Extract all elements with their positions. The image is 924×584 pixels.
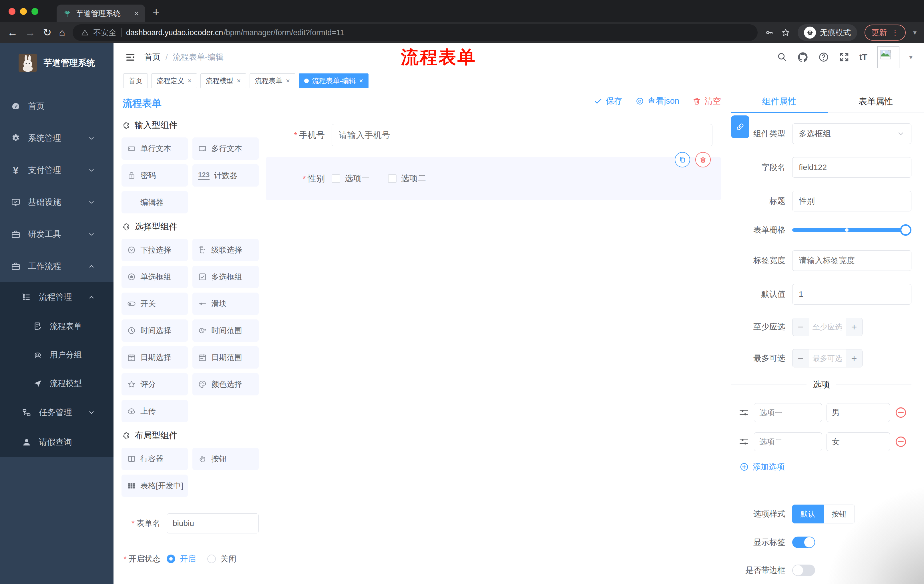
- status-off-radio[interactable]: 关闭: [207, 553, 236, 564]
- palette-item-upload[interactable]: 上传: [122, 400, 188, 422]
- sidebar-item-home[interactable]: 首页: [0, 90, 114, 122]
- palette-item-table[interactable]: 表格[开发中]: [122, 475, 188, 497]
- min-select-stepper[interactable]: − 至少应选 +: [792, 318, 863, 336]
- sidebar-item-devtools[interactable]: 研发工具: [0, 218, 114, 250]
- plus-icon[interactable]: +: [846, 349, 862, 367]
- chevron-down-icon[interactable]: ▾: [913, 29, 917, 36]
- github-icon[interactable]: [797, 51, 808, 63]
- show-label-switch[interactable]: [792, 536, 815, 548]
- fullscreen-icon[interactable]: [839, 52, 850, 63]
- option2-value-input[interactable]: [827, 432, 890, 451]
- palette-item-time-range[interactable]: 时间范围: [192, 319, 259, 342]
- link-drawer-handle[interactable]: [731, 115, 749, 138]
- drag-handle-icon[interactable]: [738, 436, 749, 447]
- max-select-value[interactable]: 最多可选: [809, 349, 846, 367]
- tag-process-definition[interactable]: 流程定义×: [151, 73, 197, 88]
- menu-fold-icon[interactable]: [125, 52, 136, 63]
- palette-item-checkbox-group[interactable]: 多选框组: [192, 266, 259, 288]
- plus-icon[interactable]: +: [846, 318, 862, 336]
- delete-component-button[interactable]: [695, 152, 711, 168]
- remove-option-icon[interactable]: [894, 406, 907, 419]
- sidebar-item-task-management[interactable]: 任务管理: [0, 398, 114, 428]
- palette-item-password[interactable]: 密码: [122, 164, 188, 187]
- browser-menu-kebab-icon[interactable]: ⋮: [891, 28, 899, 37]
- view-json-button[interactable]: 查看json: [635, 95, 679, 107]
- tag-close-icon[interactable]: ×: [359, 77, 363, 85]
- palette-item-editor[interactable]: 编辑器: [122, 191, 188, 214]
- clear-button[interactable]: 清空: [693, 95, 721, 107]
- palette-item-cascader[interactable]: 级联选择: [192, 239, 259, 261]
- palette-item-single-text[interactable]: 单行文本: [122, 137, 188, 160]
- title-input[interactable]: [792, 191, 911, 211]
- status-on-radio[interactable]: 开启: [167, 553, 196, 564]
- sidebar-item-infra[interactable]: 基础设施: [0, 186, 114, 218]
- sidebar-item-user-group[interactable]: 用户分组: [0, 341, 114, 369]
- tag-home[interactable]: 首页: [123, 73, 148, 88]
- form-name-input[interactable]: [167, 513, 259, 533]
- tab-component-props[interactable]: 组件属性: [731, 90, 828, 113]
- home-icon[interactable]: ⌂: [59, 28, 65, 38]
- tag-process-form[interactable]: 流程表单×: [249, 73, 295, 88]
- breadcrumb-home[interactable]: 首页: [144, 52, 160, 63]
- style-default-button[interactable]: 默认: [792, 505, 823, 523]
- palette-item-radio-group[interactable]: 单选框组: [122, 266, 188, 288]
- option2-name-input[interactable]: [754, 432, 822, 451]
- sidebar-item-workflow[interactable]: 工作流程: [0, 250, 114, 282]
- slider-handle[interactable]: [900, 224, 911, 236]
- add-option-button[interactable]: 添加选项: [739, 461, 911, 472]
- reload-icon[interactable]: ↻: [43, 28, 51, 38]
- palette-item-slider[interactable]: 滑块: [192, 293, 259, 315]
- palette-item-button[interactable]: 按钮: [192, 448, 259, 470]
- component-type-select[interactable]: 多选框组: [792, 123, 911, 144]
- field-name-input[interactable]: [792, 157, 911, 178]
- palette-item-rate[interactable]: 评分: [122, 373, 188, 395]
- bookmark-star-icon[interactable]: [781, 28, 790, 37]
- palette-item-row-container[interactable]: 行容器: [122, 448, 188, 470]
- minus-icon[interactable]: −: [792, 318, 809, 336]
- back-icon[interactable]: ←: [7, 28, 18, 38]
- form-grid-slider[interactable]: [792, 228, 909, 232]
- sidebar-item-process-management[interactable]: 流程管理: [0, 282, 114, 312]
- gender-option2-checkbox[interactable]: 选项二: [388, 173, 426, 184]
- close-window-button[interactable]: [8, 8, 15, 15]
- browser-tab[interactable]: 芋道管理系统 ×: [57, 5, 145, 22]
- tag-close-icon[interactable]: ×: [188, 77, 191, 85]
- copy-component-button[interactable]: [675, 152, 690, 168]
- window-controls[interactable]: [8, 8, 38, 15]
- save-button[interactable]: 保存: [594, 95, 622, 107]
- palette-item-counter[interactable]: 123计数器: [192, 164, 259, 187]
- sidebar-item-system[interactable]: 系统管理: [0, 122, 114, 154]
- avatar-caret-icon[interactable]: ▾: [909, 53, 912, 61]
- tag-close-icon[interactable]: ×: [237, 77, 241, 85]
- style-button-button[interactable]: 按钮: [823, 505, 855, 523]
- drag-handle-icon[interactable]: [738, 407, 749, 418]
- forward-icon[interactable]: →: [25, 28, 35, 38]
- tag-close-icon[interactable]: ×: [286, 77, 290, 85]
- new-tab-button[interactable]: +: [153, 6, 160, 18]
- palette-item-select[interactable]: 下拉选择: [122, 239, 188, 261]
- search-icon[interactable]: [777, 52, 787, 62]
- sidebar-item-payment[interactable]: ¥ 支付管理: [0, 154, 114, 186]
- sidebar-item-process-model[interactable]: 流程模型: [0, 369, 114, 398]
- canvas-field-phone[interactable]: *手机号: [263, 124, 731, 146]
- min-select-value[interactable]: 至少应选: [809, 318, 846, 336]
- maximize-window-button[interactable]: [31, 8, 38, 15]
- minimize-window-button[interactable]: [20, 8, 27, 15]
- tab-close-icon[interactable]: ×: [134, 8, 139, 18]
- sidebar-item-leave-query[interactable]: 请假查询: [0, 428, 114, 457]
- default-value-input[interactable]: [792, 284, 911, 304]
- tag-process-form-edit[interactable]: 流程表单-编辑×: [299, 73, 368, 88]
- label-width-input[interactable]: [792, 250, 911, 271]
- update-browser-button[interactable]: 更新 ⋮: [865, 25, 906, 41]
- palette-item-color-picker[interactable]: 颜色选择: [192, 373, 259, 395]
- palette-item-switch[interactable]: 开关: [122, 293, 188, 315]
- border-switch[interactable]: [792, 564, 815, 576]
- address-bar[interactable]: 不安全 dashboard.yudao.iocoder.cn/bpm/manag…: [73, 24, 757, 41]
- phone-input[interactable]: [332, 124, 713, 146]
- help-question-icon[interactable]: [818, 52, 829, 63]
- max-select-stepper[interactable]: − 最多可选 +: [792, 349, 863, 367]
- sidebar-item-process-form[interactable]: 流程表单: [0, 312, 114, 341]
- font-size-icon[interactable]: tT: [860, 52, 867, 62]
- option1-name-input[interactable]: [754, 403, 822, 422]
- palette-item-multi-text[interactable]: 多行文本: [192, 137, 259, 160]
